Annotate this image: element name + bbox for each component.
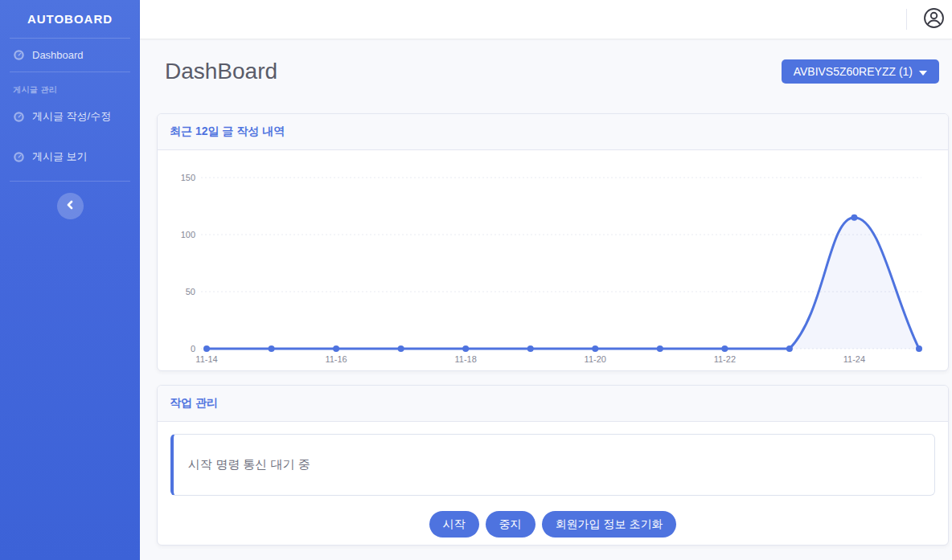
x-axis-tick-label: 11-22 [714, 354, 736, 364]
status-message-box: 시작 명령 통신 대기 중 [170, 434, 935, 496]
sidebar-section-heading: 게시글 관리 [0, 72, 140, 99]
data-point [269, 345, 275, 352]
sidebar: AUTOBOARD Dashboard 게시글 관리 게시글 작성/수정 게시글… [0, 0, 140, 560]
chart-card-title: 최근 12일 글 작성 내역 [158, 114, 948, 150]
chart-card-body: 05010015011-1411-1611-1811-2011-2211-24 [158, 150, 948, 370]
x-axis-tick-label: 11-16 [325, 354, 347, 364]
data-point [721, 345, 728, 352]
sidebar-collapse-button[interactable] [57, 193, 84, 219]
app-window: AUTOBOARD Dashboard 게시글 관리 게시글 작성/수정 게시글… [0, 0, 952, 560]
account-dropdown-button[interactable]: AVBIVS5Z60REYZZ (1) [782, 59, 939, 84]
data-point [851, 215, 857, 221]
tachometer-icon [13, 49, 25, 61]
tasks-card: 작업 관리 시작 명령 통신 대기 중 시작 중지 회원가입 정보 초기화 [157, 385, 949, 546]
page-title: DashBoard [165, 59, 277, 84]
y-axis-tick-label: 50 [186, 287, 195, 296]
user-menu-button[interactable] [921, 7, 946, 31]
user-circle-icon [923, 7, 945, 31]
data-point [203, 345, 210, 352]
sidebar-item-post-edit[interactable]: 게시글 작성/수정 [0, 99, 140, 134]
chevron-left-icon [66, 200, 74, 212]
sidebar-collapse-area [0, 193, 140, 219]
sidebar-divider [10, 181, 130, 182]
page-header: DashBoard AVBIVS5Z60REYZZ (1) [165, 59, 939, 84]
status-message: 시작 명령 통신 대기 중 [188, 457, 310, 472]
topbar-divider [906, 9, 907, 30]
stop-button[interactable]: 중지 [486, 511, 536, 538]
start-button[interactable]: 시작 [429, 511, 479, 538]
account-dropdown-label: AVBIVS5Z60REYZZ (1) [794, 65, 913, 78]
tachometer-icon [13, 111, 25, 123]
sidebar-item-post-view[interactable]: 게시글 보기 [0, 139, 140, 174]
data-point [398, 345, 404, 352]
data-point [916, 345, 922, 352]
brand-title[interactable]: AUTOBOARD [0, 0, 140, 38]
sidebar-item-label: Dashboard [32, 49, 84, 61]
chart-svg: 05010015011-1411-1611-1811-2011-2211-24 [170, 164, 936, 367]
topbar [140, 0, 952, 39]
data-point [657, 345, 663, 352]
caret-down-icon [919, 65, 927, 78]
sidebar-item-label: 게시글 보기 [32, 149, 88, 164]
tachometer-icon [13, 151, 25, 163]
x-axis-tick-label: 11-18 [455, 354, 477, 364]
tasks-card-title: 작업 관리 [158, 386, 948, 422]
main-area: DashBoard AVBIVS5Z60REYZZ (1) 최근 12일 글 작… [140, 0, 952, 560]
data-point [462, 345, 469, 352]
x-axis-tick-label: 11-24 [843, 354, 865, 364]
data-point [786, 345, 793, 352]
tasks-card-body: 시작 명령 통신 대기 중 시작 중지 회원가입 정보 초기화 [158, 422, 948, 545]
sidebar-item-dashboard[interactable]: Dashboard [0, 39, 140, 72]
x-axis-tick-label: 11-20 [585, 354, 606, 364]
task-actions: 시작 중지 회원가입 정보 초기화 [170, 511, 935, 538]
y-axis-tick-label: 150 [181, 173, 195, 182]
data-point [527, 345, 534, 352]
chart-card: 최근 12일 글 작성 내역 05010015011-1411-1611-181… [157, 113, 949, 371]
data-point [592, 345, 598, 352]
y-axis-tick-label: 100 [181, 230, 195, 239]
reset-signup-info-button[interactable]: 회원가입 정보 초기화 [542, 511, 677, 538]
y-axis-tick-label: 0 [191, 344, 195, 354]
sidebar-item-label: 게시글 작성/수정 [32, 109, 111, 124]
x-axis-tick-label: 11-14 [195, 354, 217, 364]
content-area: DashBoard AVBIVS5Z60REYZZ (1) 최근 12일 글 작… [140, 39, 952, 560]
data-point [333, 345, 339, 352]
